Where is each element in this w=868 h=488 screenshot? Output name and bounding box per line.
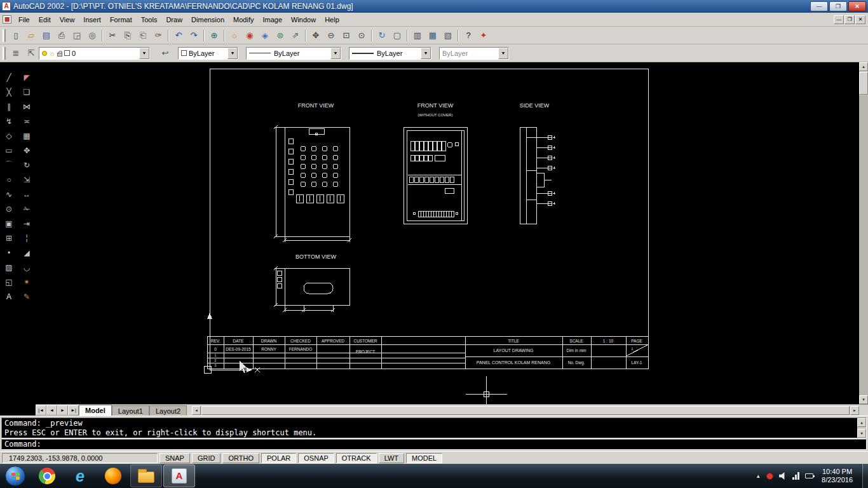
make-layer-current-button[interactable]: ⇱ <box>24 46 39 60</box>
draw-tool-point[interactable]: • <box>1 245 17 260</box>
tab-layout2[interactable]: Layout2 <box>149 405 187 416</box>
scroll-right-button[interactable]: ► <box>850 406 859 415</box>
layer-previous-button[interactable]: ↩ <box>158 46 173 60</box>
toolbar-button-paste[interactable]: ⎗ <box>135 29 151 43</box>
toolbar-button-etransmit[interactable]: ⇗ <box>288 29 303 43</box>
modify-tool-offset[interactable]: ≍ <box>19 114 34 128</box>
toolbar-button-meet-now[interactable]: ◈ <box>257 29 273 43</box>
menu-item[interactable]: Draw <box>161 14 187 25</box>
menu-item[interactable]: Dimension <box>187 14 229 25</box>
toolbar-button-copy[interactable]: ⎘ <box>120 29 135 43</box>
command-scroll-down[interactable]: ▼ <box>857 429 866 438</box>
modify-tool-rotate[interactable]: ↻ <box>19 158 34 172</box>
command-scroll-up[interactable]: ▲ <box>857 418 866 427</box>
draw-tool-construction-line[interactable]: ╳ <box>1 85 17 99</box>
modify-tool-stretch[interactable]: ↔ <box>19 187 34 201</box>
clock[interactable]: 10:40 PM 8/23/2016 <box>822 468 853 484</box>
lineweight-combo[interactable]: ByLayer ▼ <box>349 47 431 60</box>
menu-item[interactable]: Window <box>287 14 320 25</box>
modify-tool-array[interactable]: ▦ <box>19 128 34 143</box>
draw-tool-text[interactable]: A <box>1 289 17 304</box>
toolbar-button-help[interactable]: ? <box>461 29 476 43</box>
coordinates-display[interactable]: 1749.2303, -153.9878, 0.0000 <box>2 453 158 463</box>
menu-item[interactable]: Tools <box>137 14 162 25</box>
mdi-restore-button[interactable]: ❐ <box>844 15 855 24</box>
prev-tab-button[interactable]: ◄ <box>46 405 57 416</box>
toolbar-button-pan[interactable]: ✥ <box>308 29 323 43</box>
status-toggle-otrack[interactable]: OTRACK <box>336 453 377 463</box>
draw-tool-spline[interactable]: ∿ <box>1 187 17 201</box>
toolbar-button-open[interactable]: ▱ <box>24 29 39 43</box>
modify-tool-scale[interactable]: ⇲ <box>19 172 34 187</box>
next-tab-button[interactable]: ► <box>57 405 68 416</box>
taskbar-chrome[interactable] <box>31 464 63 487</box>
linetype-combo[interactable]: ByLayer ▼ <box>246 47 341 60</box>
menu-item[interactable]: Help <box>320 14 344 25</box>
status-toggle-polar[interactable]: POLAR <box>261 453 296 463</box>
toolbar-button-match-properties[interactable]: ✑ <box>151 29 166 43</box>
draw-tool-region[interactable]: ◱ <box>1 274 17 289</box>
modify-tool-explode[interactable]: ✴ <box>19 274 34 289</box>
draw-tool-make-block[interactable]: ⊞ <box>1 231 17 245</box>
draw-tool-hatch[interactable]: ▨ <box>1 260 17 274</box>
draw-tool-insert-block[interactable]: ▣ <box>1 216 17 231</box>
toolbar-button-redraw[interactable]: ↻ <box>374 29 390 43</box>
draw-tool-polyline[interactable]: ↯ <box>1 114 17 128</box>
draw-tool-multiline[interactable]: ∥ <box>1 99 17 114</box>
command-history[interactable]: Command: _preview Press ESC or ENTER to … <box>1 417 867 438</box>
draw-tool-circle[interactable]: ○ <box>1 172 17 187</box>
mdi-close-button[interactable]: ✕ <box>855 15 865 24</box>
cad-canvas[interactable]: FRONT VIEW FRONT VIEW (WITHOUT COVER) SI… <box>0 62 868 416</box>
layer-combo-arrow[interactable]: ▼ <box>139 48 149 59</box>
plotstyle-combo-arrow[interactable]: ▼ <box>498 48 508 59</box>
taskbar-internet-explorer[interactable]: e <box>64 464 96 487</box>
menu-item[interactable]: Edit <box>34 14 55 25</box>
vertical-scroll-thumb[interactable] <box>859 72 868 95</box>
modify-tool-break[interactable]: ╎ <box>19 231 34 245</box>
layer-combo[interactable]: ☼ 0 ▼ <box>39 47 150 60</box>
menu-item[interactable]: Insert <box>79 14 105 25</box>
network-icon[interactable] <box>792 472 799 480</box>
toolbar-button-point-a[interactable]: ◉ <box>242 29 257 43</box>
toolbar-button-undo[interactable]: ↶ <box>171 29 186 43</box>
modify-tool-mirror[interactable]: ⋈ <box>19 99 34 114</box>
tray-app-icon[interactable] <box>766 473 773 480</box>
linetype-combo-arrow[interactable]: ▼ <box>330 48 341 59</box>
toolbar-button-publish-to-web[interactable]: ⊚ <box>273 29 288 43</box>
menu-item[interactable]: Format <box>105 14 137 25</box>
tab-model[interactable]: Model <box>79 405 112 416</box>
modify-tool-chamfer[interactable]: ◢ <box>19 245 34 260</box>
toolbar-button-save[interactable]: ▤ <box>39 29 54 43</box>
scroll-up-button[interactable]: ▲ <box>859 62 868 71</box>
plotstyle-combo[interactable]: ByLayer ▼ <box>439 47 509 60</box>
draw-tool-polygon[interactable]: ◇ <box>1 128 17 143</box>
toolbar-button-properties[interactable]: ▥ <box>410 29 425 43</box>
color-combo[interactable]: ByLayer ▼ <box>178 47 238 60</box>
toolbar-button-designcenter[interactable]: ▦ <box>425 29 440 43</box>
toolbar-button-new[interactable]: ▯ <box>8 29 24 43</box>
last-tab-button[interactable]: ►| <box>68 405 79 416</box>
vertical-scrollbar[interactable]: ▲ ▼ <box>859 62 868 404</box>
toolbar-button-insert-hyperlink[interactable]: ⊕ <box>207 29 222 43</box>
scroll-left-button[interactable]: ◄ <box>192 406 201 415</box>
horizontal-scroll-thumb[interactable] <box>201 406 850 415</box>
status-toggle-grid[interactable]: GRID <box>192 453 221 463</box>
toolbar-button-aerial-view[interactable]: ▢ <box>390 29 405 43</box>
draw-tool-ellipse[interactable]: ⊙ <box>1 201 17 216</box>
mdi-minimize-button[interactable]: — <box>834 15 844 24</box>
status-toggle-snap[interactable]: SNAP <box>159 453 190 463</box>
toolbar-button-zoom-previous[interactable]: ⊙ <box>354 29 369 43</box>
toolbar-button-plot[interactable]: ⎙ <box>54 29 69 43</box>
titlebar[interactable]: A AutoCAD 2002 - [D:\PT\PT. OTNIEL'S KRE… <box>0 0 868 13</box>
drawing-file-icon[interactable]: ▦ <box>3 15 11 24</box>
show-desktop-button[interactable] <box>862 464 868 488</box>
toolbar-grip[interactable] <box>3 29 6 42</box>
first-tab-button[interactable]: |◄ <box>36 405 46 416</box>
horizontal-scrollbar[interactable]: ◄ ► <box>192 406 859 415</box>
toolbar-button-zoom-window[interactable]: ⊡ <box>339 29 354 43</box>
tray-expand-icon[interactable]: ▲ <box>756 473 761 479</box>
status-toggle-model[interactable]: MODEL <box>406 453 442 463</box>
start-button[interactable] <box>5 466 25 486</box>
layers-button[interactable]: ≣ <box>8 46 24 60</box>
toolbar-button-plot-preview[interactable]: ◲ <box>69 29 85 43</box>
